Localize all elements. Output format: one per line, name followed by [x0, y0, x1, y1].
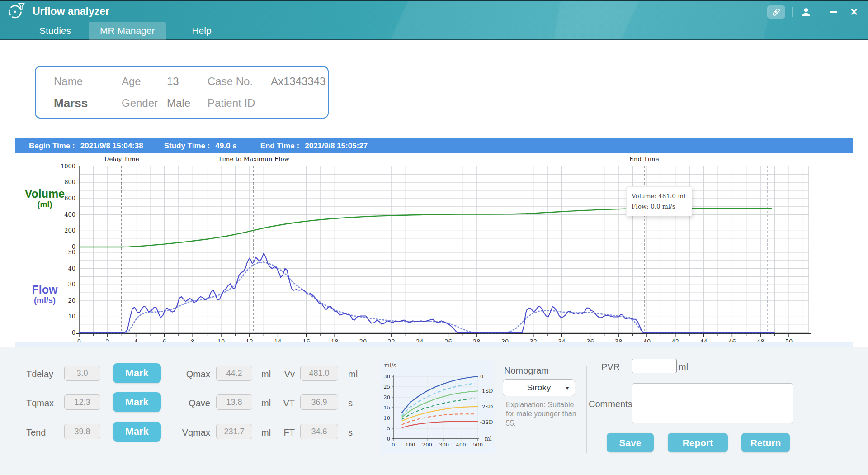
tqmax-label: Tqmax	[26, 398, 54, 408]
svg-text:100: 100	[405, 442, 415, 448]
tooltip-flow: Flow: 0.0 ml/s	[632, 201, 687, 212]
svg-text:40: 40	[68, 265, 75, 272]
volume-axis-title: Volume (ml)	[19, 187, 71, 209]
flow-axis-title: Flow (ml/s)	[19, 283, 71, 305]
study-time-bar: Begin Time : 2021/9/8 15:04:38 Study Tim…	[15, 138, 853, 153]
nomogram-x-unit: ml	[485, 435, 492, 442]
vv-label: Vv	[277, 369, 295, 380]
svg-text:10: 10	[68, 313, 75, 320]
report-button[interactable]: Report	[668, 433, 728, 452]
return-button[interactable]: Return	[741, 433, 790, 452]
nomogram-selected-value: Siroky	[527, 383, 551, 393]
tdelay-value[interactable]: 3.0	[64, 366, 100, 381]
mark-tdelay-button[interactable]: Mark	[113, 363, 161, 383]
urflow-analyzer-window: Urflow analyzer	[0, 0, 868, 475]
nomogram-select[interactable]: Siroky ▾	[503, 379, 575, 396]
patient-name-label: Name	[54, 75, 122, 88]
marker-label: Time to Maximun Flow	[218, 155, 289, 162]
sd-label: -2SD	[480, 404, 493, 410]
svg-text:200: 200	[64, 227, 75, 234]
tqmax-value[interactable]: 12.3	[64, 394, 100, 410]
menu-item-help[interactable]: Help	[180, 22, 222, 40]
qave-label: Qave	[179, 398, 210, 408]
sd-label: -3SD	[480, 419, 493, 425]
ft-value: 34.6	[300, 424, 338, 439]
study-time-value: 49.0 s	[215, 142, 236, 151]
begin-time-label: Begin Time :	[29, 142, 75, 151]
patient-gender-label: Gender	[122, 97, 167, 109]
pvr-unit: ml	[679, 362, 688, 372]
nomogram-title: Nomogram	[504, 366, 549, 376]
svg-text:25: 25	[383, 384, 390, 390]
divider	[586, 366, 587, 453]
qave-value: 13.8	[216, 394, 252, 410]
pvr-input[interactable]	[632, 359, 677, 373]
svg-text:400: 400	[64, 211, 75, 218]
marker-label: Delay Time	[104, 155, 139, 162]
app-header: Urflow analyzer	[0, 0, 868, 40]
main-menu: Studies MR Manager Help	[0, 22, 868, 40]
vqmax-unit: ml	[261, 428, 271, 438]
divider	[364, 370, 364, 443]
app-logo-icon	[7, 2, 26, 21]
vt-unit: s	[348, 398, 353, 408]
app-title: Urflow analyzer	[33, 5, 109, 18]
tend-value[interactable]: 39.8	[64, 424, 100, 439]
vv-unit: ml	[348, 369, 358, 380]
patient-gender-value: Male	[167, 97, 208, 109]
chart-bottom-strip	[15, 342, 853, 347]
menu-item-studies[interactable]: Studies	[28, 22, 82, 40]
close-icon[interactable]: ✕	[847, 5, 861, 19]
chart-tooltip: Volume: 481.0 ml Flow: 0.0 ml/s	[626, 186, 692, 216]
end-time-label: End Time :	[260, 142, 300, 151]
divider	[171, 370, 171, 443]
vv-value: 481.0	[300, 366, 338, 381]
flow-curve	[79, 253, 775, 333]
nomogram-y-unit: ml/s	[384, 362, 396, 369]
mark-tqmax-button[interactable]: Mark	[113, 392, 161, 412]
svg-text:20: 20	[383, 394, 390, 400]
svg-text:0: 0	[387, 436, 390, 442]
svg-text:500: 500	[473, 442, 483, 448]
minimize-icon[interactable]	[827, 5, 840, 19]
svg-text:15: 15	[383, 404, 390, 411]
tend-label: Tend	[26, 428, 46, 438]
begin-time-value: 2021/9/8 15:04:38	[80, 142, 143, 151]
patient-case-label: Case No.	[208, 75, 271, 88]
marker-label: End Time	[629, 155, 659, 162]
chevron-down-icon: ▾	[566, 385, 569, 391]
patient-case-value: Ax1343343	[271, 75, 326, 88]
vt-label: VT	[277, 398, 295, 408]
qmax-unit: ml	[261, 369, 271, 380]
save-button[interactable]: Save	[607, 433, 654, 452]
patient-name-value: Marss	[54, 96, 122, 110]
nomogram-curve--3SD	[402, 422, 478, 428]
comments-input[interactable]	[632, 383, 793, 423]
tooltip-volume: Volume: 481.0 ml	[632, 191, 687, 201]
comments-label: Comments	[589, 399, 632, 409]
titlebar: Urflow analyzer	[0, 1, 868, 22]
link-icon[interactable]	[767, 5, 785, 19]
menu-item-mr-manager[interactable]: MR Manager	[89, 22, 166, 40]
patient-age-value: 13	[167, 75, 208, 88]
sd-label: -1SD	[480, 388, 493, 394]
svg-text:300: 300	[439, 442, 449, 448]
mark-tend-button[interactable]: Mark	[113, 422, 161, 442]
patient-age-label: Age	[122, 75, 167, 88]
tdelay-label: Tdelay	[26, 369, 53, 380]
ft-label: FT	[277, 428, 295, 438]
vt-value: 36.9	[300, 394, 338, 410]
svg-text:200: 200	[422, 442, 432, 448]
vqmax-value: 231.7	[216, 424, 252, 439]
end-time-value: 2021/9/8 15:05:27	[305, 142, 368, 151]
nomogram-chart: 0510152025300100200300400500ml/sml0-1SD-…	[380, 360, 495, 454]
nomogram-chart-panel: 0510152025300100200300400500ml/sml0-1SD-…	[380, 360, 495, 454]
nomogram-explanation: Explanation: Suitable for male younger t…	[506, 400, 578, 428]
svg-text:1000: 1000	[61, 163, 75, 170]
svg-text:5: 5	[387, 425, 390, 432]
qave-unit: ml	[261, 398, 271, 408]
user-icon[interactable]	[799, 5, 813, 19]
qmax-value: 44.2	[216, 366, 252, 381]
svg-text:10: 10	[383, 415, 390, 421]
svg-text:0: 0	[72, 329, 75, 336]
